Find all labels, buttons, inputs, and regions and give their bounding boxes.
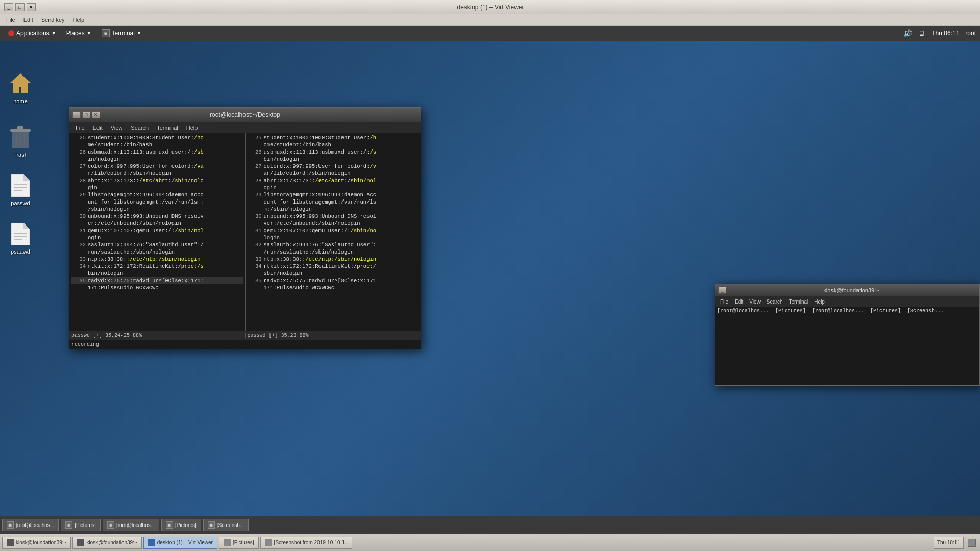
svg-rect-3 [17,126,23,130]
virt-sys-tray: Thu 18:11 [934,537,978,549]
volume-icon[interactable]: 🔊 [903,29,912,37]
menu-sendkey[interactable]: Send key [37,16,69,24]
virt-task-kiosk2[interactable]: kiosk@foundation39:~ [72,537,141,549]
places-arrow: ▼ [87,31,91,36]
terminal2-content[interactable]: [root@localhos... [Pictures] [root@local… [715,307,979,385]
taskbar-item-1[interactable]: ▣ [root@localhos... [2,519,59,531]
tmenu-help[interactable]: Help [182,123,202,132]
terminal-pane-left[interactable]: 25student:x:1000:1000:Student User:/home… [69,133,246,331]
trash-label: Trash [13,152,28,158]
terminal-window: _ □ ✕ root@localhost:~/Desktop File Edit… [69,107,421,349]
t2menu-search[interactable]: Search [764,298,786,306]
tmenu-terminal[interactable]: Terminal [153,123,182,132]
t2menu-edit[interactable]: Edit [731,298,746,306]
t2menu-file[interactable]: File [717,298,731,306]
maximize-button[interactable]: □ [15,3,24,11]
term-line: er:/etc/unbound:/sbin/nologin [71,220,243,227]
menu-file[interactable]: File [2,16,19,24]
term-line: bin/nologin [248,156,419,163]
terminal-title: root@localhost:~/Desktop [100,111,390,118]
psaawd-label: psaawd [11,248,30,255]
desktop-icon-trash[interactable]: Trash [0,125,41,158]
places-menu[interactable]: Places ▼ [62,29,95,38]
taskbar-item-3[interactable]: ▣ [root@localhos... [103,519,159,531]
virt-viewer-titlebar: _ □ ✕ desktop (1) – Virt Viewer [0,0,980,14]
tmenu-file[interactable]: File [71,123,89,132]
term-line: 171:PulseAudio WCxWCWc [71,284,243,291]
terminal-close[interactable]: ✕ [92,111,100,118]
taskbar-label-2: [Pictures] [75,522,96,528]
term-line: /sbin/nologin [71,206,243,213]
minimize-button[interactable]: _ [4,3,13,11]
virt-task-label-4: [Pictures] [233,540,254,545]
taskbar-label-1: [root@localhos... [16,522,54,528]
virt-viewer-frame: _ □ ✕ desktop (1) – Virt Viewer File Edi… [0,0,980,551]
terminal-menu[interactable]: ▣ Terminal ▼ [97,28,145,38]
terminal-content[interactable]: 25student:x:1000:1000:Student User:/home… [69,133,421,349]
term-line: me/student:/bin/bash [71,141,243,148]
term-line: 31qemu:x:107:107:qemu user:/:/sbin/no [248,227,419,234]
status-right: passwd [+] 35,23 88% [246,333,421,338]
t2menu-terminal[interactable]: Terminal [786,298,812,306]
home-icon [8,71,33,96]
term-line: 33ntp:x:38:38::/etc/ntp:/sbin/nologin [248,256,419,263]
term-line: m:/sbin/nologin [248,206,419,213]
menu-edit[interactable]: Edit [19,16,37,24]
virt-task-label-1: kiosk@foundation39:~ [16,540,66,545]
t2menu-help[interactable]: Help [811,298,828,306]
applications-menu[interactable]: Applications ▼ [4,29,60,38]
virt-task-icon-5 [265,539,272,546]
network-tray-icon [968,539,976,547]
home-label: home [13,98,28,104]
term-line: 28abrt:x:173:173::/etc/abrt:/sbin/nolo [71,177,243,184]
virt-task-kiosk1[interactable]: kiosk@foundation39:~ [2,537,71,549]
terminal-maximize[interactable]: □ [82,111,90,118]
virt-task-icon-4 [224,539,231,546]
term-line: 28abrt:x:173:173::/etc/abrt:/sbin/nol [248,177,419,184]
guest-desktop: Applications ▼ Places ▼ ▣ Terminal ▼ 🔊 🖥… [0,26,980,534]
terminal-minimize[interactable]: _ [72,111,81,118]
term-line: 26usbmuxd:x:113:113:usbmuxd user:/:/sb [71,148,243,156]
desktop-icon-psaawd[interactable]: psaawd [0,222,41,255]
tmenu-search[interactable]: Search [127,123,153,132]
virt-task-icon-1 [7,539,14,546]
t2menu-view[interactable]: View [746,298,764,306]
close-button[interactable]: ✕ [27,3,36,11]
virt-task-label-5: [Screenshot from 2019-10-10 1... [274,540,349,545]
panel-time: Thu 06:11 [932,30,959,37]
virt-clock: Thu 18:11 [934,537,964,549]
virt-task-pictures[interactable]: [Pictures] [219,537,259,549]
applications-label: Applications [16,30,50,37]
desktop-icon-passwd[interactable]: passwd [0,173,41,206]
terminal2-title: kiosk@foundation39:~ [726,287,976,293]
term-line: 31qemu:x:107:107:qemu user:/:/sbin/nol [71,227,243,234]
network-icon[interactable]: 🖥 [918,29,925,37]
guest-taskbar: ▣ [root@localhos... ▣ [Pictures] ▣ [root… [0,516,980,534]
term-line: run/saslauthd:/sbin/nologin [71,248,243,256]
terminal-cmdline[interactable]: recording [69,340,421,349]
taskbar-item-4[interactable]: ▣ [Pictures] [161,519,201,531]
terminal2-minimize[interactable]: _ [718,287,726,294]
virt-task-virtviewer[interactable]: desktop (1) – Virt Viewer [143,537,217,549]
term-line: 25student:x:1000:1000:Student User:/ho [71,134,243,141]
menu-help[interactable]: Help [69,16,89,24]
psaawd-icon [8,222,33,246]
terminal-pane-right[interactable]: 25student:x:1000:1000:Student User:/home… [246,133,421,331]
passwd-label: passwd [11,200,30,206]
virt-task-screenshot[interactable]: [Screenshot from 2019-10-10 1... [260,537,352,549]
virt-task-icon-2 [77,539,84,546]
taskbar-item-5[interactable]: ▣ [Screensh... [203,519,249,531]
terminal2-titlebar: _ kiosk@foundation39:~ [715,284,979,296]
term-line: unt for libstoragemgmt:/var/run/lsm: [71,198,243,206]
taskbar-item-2[interactable]: ▣ [Pictures] [61,519,101,531]
tmenu-view[interactable]: View [107,123,127,132]
applications-arrow: ▼ [52,31,56,36]
guest-panel-right: 🔊 🖥 Thu 06:11 root [903,29,976,37]
term-line: gin [71,184,243,191]
term-line: 35radvd:x:75:75:radvd ur^[0Clse:x:171: [71,277,243,284]
terminal-label: Terminal [112,30,135,37]
guest-panel-top: Applications ▼ Places ▼ ▣ Terminal ▼ 🔊 🖥… [0,26,980,41]
tmenu-edit[interactable]: Edit [89,123,107,132]
virt-task-label-3: desktop (1) – Virt Viewer [157,540,213,545]
desktop-icon-home[interactable]: home [0,71,41,104]
